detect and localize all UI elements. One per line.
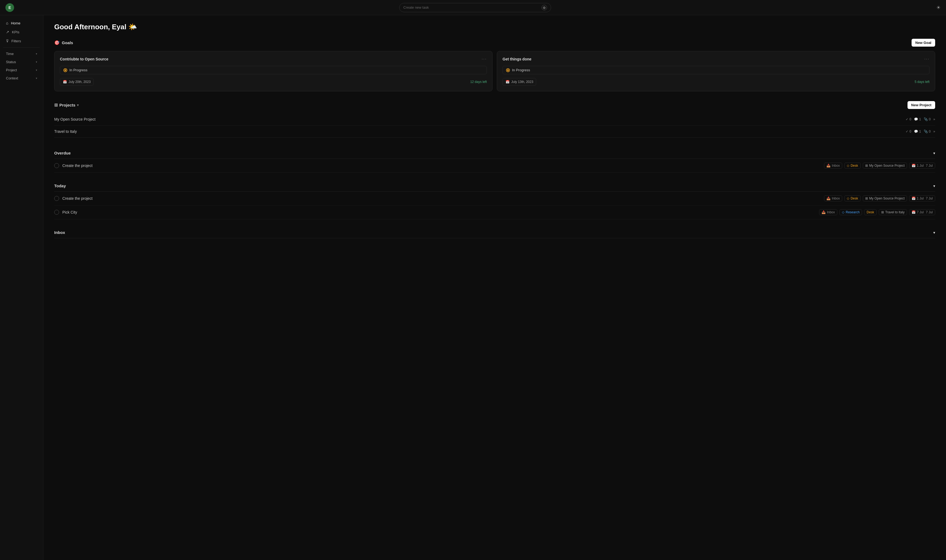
task-date-range[interactable]: 📅 1 Jul 7 Jul	[909, 163, 935, 169]
project-meta: ✓ 0 💬 1 📎 0 »	[906, 129, 935, 133]
filter-status[interactable]: Status ▾	[2, 58, 42, 66]
check-count: 0	[909, 129, 911, 133]
inbox-tag[interactable]: 📥 Inbox	[824, 163, 842, 169]
goal-date-row: 📅 July 20th, 2023 12 days left	[60, 78, 487, 86]
desk-label: Desk	[851, 164, 858, 168]
date-start: 1 Jul	[917, 164, 923, 168]
filter-context[interactable]: Context ▾	[2, 74, 42, 82]
chevron-down-icon: ▾	[36, 60, 37, 63]
task-date-range[interactable]: 📅 1 Jul 7 Jul	[909, 195, 935, 202]
comment-count: 1	[919, 117, 921, 121]
task-date-range[interactable]: 📅 7 Jul 7 Jul	[909, 209, 935, 215]
goal-menu-button[interactable]: ···	[481, 57, 487, 62]
collapse-icon[interactable]: ▾	[933, 184, 935, 188]
desk-tag[interactable]: ◇ Desk	[844, 195, 860, 202]
search-bar[interactable]: Create new task ⊕	[399, 3, 551, 12]
goal-card: Contriubte to Open Source ··· In Progres…	[54, 51, 492, 91]
task-left: Pick City	[54, 210, 77, 215]
filter-project-label: Project	[6, 68, 17, 72]
project-label: My Open Source Project	[869, 164, 905, 168]
project-check-count: ✓ 0	[906, 129, 911, 133]
calendar-icon: 📅	[506, 80, 509, 84]
overdue-header[interactable]: Overdue ▾	[54, 148, 935, 159]
research-label: Research	[846, 210, 860, 214]
projects-section: ⊞ Projects ▾ New Project My Open Source …	[54, 101, 935, 138]
project-comment-count: 💬 1	[914, 117, 921, 121]
projects-section-title: ⊞ Projects ▾	[54, 103, 78, 108]
project-icon: ⊞	[865, 164, 868, 168]
project-tag[interactable]: ⊞ My Open Source Project	[863, 163, 907, 169]
task-checkbox[interactable]	[54, 163, 59, 168]
goal-title: Contriubte to Open Source	[60, 57, 108, 61]
status-dot	[63, 68, 67, 72]
sidebar-item-label: Home	[11, 21, 20, 25]
project-label: Travel to Italy	[885, 210, 905, 214]
attachment-icon: 📎	[924, 129, 928, 133]
sidebar-item-kpis[interactable]: ↗ KPIs	[2, 28, 42, 36]
goal-card-header: Contriubte to Open Source ···	[60, 57, 487, 62]
inbox-label: Inbox	[832, 197, 840, 200]
goal-status-text: In Progress	[512, 68, 530, 72]
new-goal-button[interactable]: New Goal	[912, 39, 935, 47]
today-header[interactable]: Today ▾	[54, 180, 935, 192]
check-icon: ✓	[906, 129, 908, 133]
project-row[interactable]: My Open Source Project ✓ 0 💬 1 📎 0 »	[54, 113, 935, 126]
inbox-section: Inbox ▾	[54, 227, 935, 238]
goal-date-row: 📅 July 13th, 2023 5 days left	[503, 78, 929, 86]
goal-menu-button[interactable]: ···	[924, 57, 929, 62]
calendar-icon: 📅	[912, 164, 916, 168]
task-name: Create the project	[62, 196, 92, 201]
date-end: 7 Jul	[926, 197, 933, 200]
projects-chevron-icon[interactable]: ▾	[77, 103, 78, 107]
goal-card: Get things done ··· In Progress 📅 July 1…	[497, 51, 935, 91]
project-tag[interactable]: ⊞ Travel to Italy	[879, 209, 907, 215]
overdue-title: Overdue	[54, 151, 71, 155]
project-tag[interactable]: ⊞ My Open Source Project	[863, 195, 907, 202]
sidebar: ⌂ Home ↗ KPIs ⊽ Filters Time ▾ Status ▾ …	[0, 15, 43, 560]
collapse-icon[interactable]: ▾	[933, 231, 935, 235]
sidebar-item-home[interactable]: ⌂ Home	[2, 19, 42, 28]
add-task-icon[interactable]: ⊕	[541, 5, 547, 10]
date-end: 7 Jul	[926, 164, 933, 168]
check-icon: ✓	[906, 117, 908, 121]
date-start: 1 Jul	[917, 197, 923, 200]
chevron-down-icon: ▾	[36, 69, 37, 72]
goal-date[interactable]: 📅 July 20th, 2023	[60, 78, 94, 86]
new-project-button[interactable]: New Project	[908, 101, 935, 109]
goal-date-text: July 13th, 2023	[511, 80, 533, 84]
task-name: Create the project	[62, 163, 92, 168]
goal-status[interactable]: In Progress	[60, 66, 487, 74]
today-section: Today ▾ Create the project 📥 Inbox ◇ Des…	[54, 180, 935, 219]
research-tag[interactable]: ◇ Research	[840, 209, 862, 215]
goal-date-text: July 20th, 2023	[69, 80, 91, 84]
task-row: Create the project 📥 Inbox ◇ Desk ⊞ My O…	[54, 192, 935, 205]
calendar-icon: 📅	[912, 210, 916, 214]
comment-icon: 💬	[914, 129, 918, 133]
date-start: 7 Jul	[917, 210, 923, 214]
goal-date[interactable]: 📅 July 13th, 2023	[503, 78, 536, 86]
sidebar-item-filters[interactable]: ⊽ Filters	[2, 37, 42, 45]
home-icon: ⌂	[6, 21, 8, 25]
project-row[interactable]: Travel to Italy ✓ 0 💬 1 📎 0 »	[54, 126, 935, 138]
inbox-tag[interactable]: 📥 Inbox	[824, 195, 842, 202]
desk-tag[interactable]: Desk	[864, 209, 876, 215]
filter-time[interactable]: Time ▾	[2, 50, 42, 58]
desk-label: Desk	[851, 197, 858, 200]
filter-project[interactable]: Project ▾	[2, 66, 42, 74]
status-dot	[506, 68, 510, 72]
chevron-down-icon: ▾	[36, 77, 37, 80]
task-left: Create the project	[54, 163, 92, 168]
attachment-count: 0	[929, 129, 931, 133]
desk-tag[interactable]: ◇ Desk	[844, 163, 860, 169]
task-checkbox[interactable]	[54, 210, 59, 215]
goal-status[interactable]: In Progress	[503, 66, 929, 74]
settings-icon[interactable]: ☀	[936, 5, 941, 11]
main-content: Good Afternoon, Eyal 🌤️ 🎯 Goals New Goal…	[43, 15, 946, 560]
inbox-header[interactable]: Inbox ▾	[54, 227, 935, 238]
collapse-icon[interactable]: ▾	[933, 151, 935, 155]
arrow-icon: »	[933, 129, 935, 133]
comment-icon: 💬	[914, 117, 918, 121]
task-checkbox[interactable]	[54, 196, 59, 201]
inbox-tag[interactable]: 📥 Inbox	[819, 209, 837, 215]
avatar[interactable]: E	[5, 3, 14, 12]
